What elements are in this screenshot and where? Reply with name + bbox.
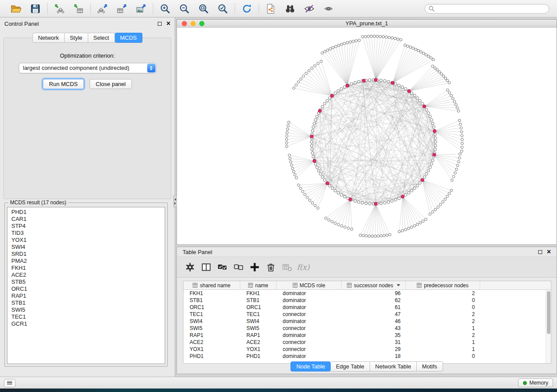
network-leaf-node[interactable] [459,153,461,155]
network-node[interactable] [427,169,430,172]
network-leaf-node[interactable] [439,203,442,206]
network-node[interactable] [401,86,404,88]
network-node[interactable] [361,202,363,204]
network-node[interactable] [312,126,315,128]
network-leaf-node[interactable] [302,75,305,78]
zoom-selected-icon[interactable] [217,3,229,15]
network-node[interactable] [329,97,331,100]
network-node[interactable] [391,200,393,203]
function-builder-icon[interactable]: f(x) [297,261,309,273]
network-leaf-node[interactable] [409,46,412,48]
network-leaf-node[interactable] [373,35,376,38]
network-leaf-node[interactable] [397,38,399,41]
tab-motifs[interactable]: Motifs [417,361,443,371]
network-node[interactable] [311,129,314,132]
network-leaf-node[interactable] [450,94,453,97]
network-leaf-node[interactable] [438,71,441,73]
tab-network[interactable]: Network [32,33,65,43]
column-header-name[interactable]: name [240,281,277,289]
network-leaf-node[interactable] [453,175,455,178]
network-node[interactable] [334,92,336,94]
network-leaf-node[interactable] [401,230,404,232]
network-node[interactable] [425,108,428,111]
network-node[interactable] [357,201,360,203]
import-network-file-icon[interactable] [53,3,66,15]
network-leaf-node[interactable] [444,77,447,79]
network-leaf-node[interactable] [301,190,304,193]
network-leaf-node[interactable] [461,146,464,149]
network-hub-node[interactable] [421,179,424,182]
network-leaf-node[interactable] [350,228,353,230]
network-node[interactable] [337,192,339,194]
open-folder-icon[interactable] [10,3,22,15]
network-leaf-node[interactable] [459,123,462,126]
network-hub-node[interactable] [374,202,377,205]
network-node[interactable] [404,193,407,196]
network-node[interactable] [368,79,371,81]
network-hub-node[interactable] [346,84,349,87]
network-leaf-node[interactable] [286,135,288,138]
network-leaf-node[interactable] [432,58,435,61]
mcds-result-list[interactable]: PHD1CAR1STP4TID3YOX1SWI4SRD1PMA2FKH1ACE2… [7,207,165,364]
export-image-icon[interactable] [135,3,147,15]
network-leaf-node[interactable] [337,224,340,226]
network-hub-node[interactable] [391,81,394,84]
panel-splitter-handle[interactable] [173,195,177,207]
network-leaf-node[interactable] [425,218,427,221]
network-leaf-node[interactable] [458,119,461,122]
network-leaf-node[interactable] [295,177,298,179]
network-node[interactable] [398,84,400,86]
network-leaf-node[interactable] [362,234,365,237]
network-leaf-node[interactable] [370,35,373,38]
table-row[interactable]: TEC1TEC1connector472 [183,311,551,318]
network-leaf-node[interactable] [340,43,343,46]
network-node[interactable] [380,202,382,205]
network-leaf-node[interactable] [337,44,340,47]
network-leaf-node[interactable] [452,97,454,100]
network-leaf-node[interactable] [289,157,291,160]
network-node[interactable] [315,115,318,118]
tab-edge-table[interactable]: Edge Table [331,361,370,371]
network-leaf-node[interactable] [285,138,288,141]
network-node[interactable] [432,159,434,162]
network-leaf-node[interactable] [422,52,425,55]
network-node[interactable] [387,80,390,83]
network-leaf-node[interactable] [383,234,385,237]
network-leaf-node[interactable] [340,225,343,227]
network-leaf-node[interactable] [444,198,446,200]
network-node[interactable] [434,137,437,139]
network-node[interactable] [311,148,313,151]
network-leaf-node[interactable] [446,79,449,82]
network-node[interactable] [323,102,326,105]
network-node[interactable] [434,144,437,147]
network-node[interactable] [434,148,436,151]
network-hub-node[interactable] [362,79,365,82]
network-leaf-node[interactable] [454,172,457,174]
export-table-icon[interactable] [116,3,128,15]
network-leaf-node[interactable] [457,164,459,167]
network-leaf-node[interactable] [311,67,313,69]
network-node[interactable] [319,172,322,175]
network-leaf-node[interactable] [398,230,401,233]
search-field[interactable] [425,4,549,14]
network-leaf-node[interactable] [328,219,330,221]
tab-mcds[interactable]: MCDS [115,33,142,43]
network-leaf-node[interactable] [325,217,327,220]
network-node[interactable] [411,92,413,94]
network-leaf-node[interactable] [448,82,451,84]
network-leaf-node[interactable] [391,37,394,39]
network-hub-node[interactable] [326,182,329,185]
network-leaf-node[interactable] [285,142,288,144]
network-node[interactable] [394,199,397,201]
network-node[interactable] [337,89,339,92]
network-leaf-node[interactable] [285,145,288,148]
network-node[interactable] [326,100,329,102]
network-leaf-node[interactable] [456,107,459,109]
network-hub-node[interactable] [310,135,313,138]
style-toggle-icon[interactable] [303,3,315,15]
network-leaf-node[interactable] [413,224,416,227]
network-leaf-node[interactable] [379,35,382,38]
network-leaf-node[interactable] [361,35,364,38]
show-graphics-icon[interactable] [322,3,335,15]
network-leaf-node[interactable] [290,161,292,163]
